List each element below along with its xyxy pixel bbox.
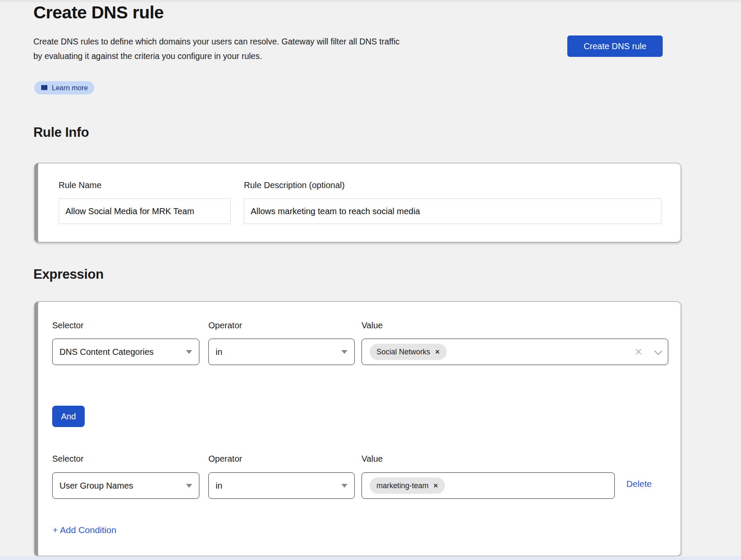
- selector-dropdown-row1[interactable]: DNS Content Categories: [52, 339, 199, 365]
- rule-name-input[interactable]: [59, 198, 231, 224]
- value-label-row1: Value: [362, 321, 383, 330]
- value-multiselect-row2[interactable]: marketing-team ✕: [362, 472, 615, 499]
- value-tag: marketing-team ✕: [370, 477, 445, 494]
- selector-dropdown-row2-value: User Group Names: [59, 481, 133, 491]
- rule-info-heading: Rule Info: [33, 125, 89, 140]
- rule-name-label: Rule Name: [59, 180, 101, 190]
- page-description-line-2: by evaluating it against the criteria yo…: [33, 49, 427, 63]
- rule-description-input[interactable]: [244, 198, 661, 224]
- and-button[interactable]: And: [52, 406, 85, 427]
- caret-down-icon: [186, 350, 192, 354]
- operator-dropdown-row2[interactable]: in: [208, 472, 355, 499]
- learn-more-label: Learn more: [52, 84, 88, 92]
- selector-label-row2: Selector: [52, 454, 83, 464]
- value-tag-label: Social Networks: [376, 348, 430, 357]
- window-top-strip: [0, 0, 741, 2]
- remove-tag-icon[interactable]: ✕: [435, 348, 440, 355]
- value-label-row2: Value: [362, 454, 383, 464]
- chevron-down-icon[interactable]: [654, 347, 662, 355]
- rule-description-label: Rule Description (optional): [244, 180, 345, 190]
- operator-dropdown-row2-value: in: [216, 481, 222, 491]
- clear-icon[interactable]: ✕: [634, 347, 643, 357]
- selector-label-row1: Selector: [52, 321, 83, 330]
- create-dns-rule-button[interactable]: Create DNS rule: [567, 35, 663, 57]
- operator-dropdown-row1-value: in: [216, 347, 222, 357]
- caret-down-icon: [341, 350, 347, 354]
- rule-info-card: Rule Name Rule Description (optional): [34, 163, 681, 242]
- value-tag-label: marketing-team: [376, 481, 429, 490]
- learn-more-link[interactable]: Learn more: [34, 81, 94, 94]
- selector-dropdown-row2[interactable]: User Group Names: [52, 472, 199, 499]
- page-bottom-strip: [0, 556, 741, 560]
- book-icon: [41, 85, 48, 91]
- page-description: Create DNS rules to define which domains…: [33, 34, 427, 63]
- caret-down-icon: [341, 484, 347, 488]
- expression-heading: Expression: [33, 267, 104, 282]
- value-tag: Social Networks ✕: [370, 344, 447, 360]
- operator-label-row2: Operator: [208, 454, 242, 464]
- expression-card: Selector Operator Value DNS Content Cate…: [34, 301, 681, 556]
- page-description-line-1: Create DNS rules to define which domains…: [33, 34, 427, 49]
- value-multiselect-row1[interactable]: Social Networks ✕ ✕: [362, 339, 668, 365]
- delete-condition-link[interactable]: Delete: [626, 479, 652, 489]
- operator-label-row1: Operator: [208, 321, 242, 330]
- selector-dropdown-row1-value: DNS Content Categories: [59, 347, 154, 357]
- remove-tag-icon[interactable]: ✕: [433, 482, 439, 489]
- caret-down-icon: [186, 484, 192, 488]
- page-title: Create DNS rule: [33, 3, 164, 23]
- operator-dropdown-row1[interactable]: in: [208, 339, 355, 365]
- add-condition-link[interactable]: + Add Condition: [53, 525, 116, 535]
